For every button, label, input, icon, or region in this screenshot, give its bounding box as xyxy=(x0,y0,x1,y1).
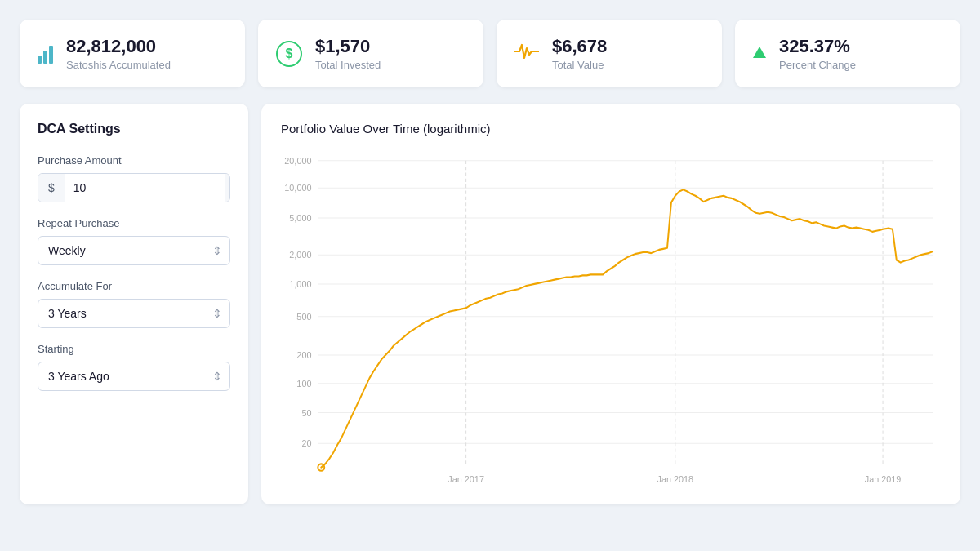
chart-panel: Portfolio Value Over Time (logarithmic) … xyxy=(261,104,960,504)
svg-text:10,000: 10,000 xyxy=(284,184,311,193)
svg-text:500: 500 xyxy=(296,312,311,322)
svg-text:50: 50 xyxy=(301,408,311,418)
top-cards-row: 82,812,000 Satoshis Accumulated $ $1,570… xyxy=(20,20,960,87)
purchase-amount-input-row: $ .00 xyxy=(38,173,230,202)
settings-panel: DCA Settings Purchase Amount $ .00 Repea… xyxy=(20,104,248,504)
purchase-amount-input[interactable] xyxy=(65,174,225,202)
accumulate-for-select[interactable]: 1 Year 2 Years 3 Years 5 Years 10 Years xyxy=(38,299,230,328)
repeat-purchase-label: Repeat Purchase xyxy=(38,217,230,229)
starting-label: Starting xyxy=(38,343,230,355)
purchase-amount-suffix: .00 xyxy=(225,174,230,202)
percent-change-card: 325.37% Percent Change xyxy=(735,20,960,87)
pulse-icon xyxy=(514,42,539,66)
svg-text:1,000: 1,000 xyxy=(289,279,311,289)
chart-line xyxy=(321,190,933,468)
purchase-amount-prefix: $ xyxy=(38,174,65,202)
satoshis-card: 82,812,000 Satoshis Accumulated xyxy=(20,20,245,87)
svg-text:20: 20 xyxy=(301,438,311,448)
svg-text:5,000: 5,000 xyxy=(289,213,311,223)
accumulate-for-group: Accumulate For 1 Year 2 Years 3 Years 5 … xyxy=(38,280,230,328)
total-value-label: Total Value xyxy=(552,59,607,71)
repeat-purchase-select-wrapper: Daily Weekly Monthly ⇕ xyxy=(38,236,230,265)
chart-area: 20,000 10,000 5,000 2,000 1,000 500 200 … xyxy=(281,149,941,491)
satoshis-value: 82,812,000 xyxy=(66,36,171,57)
settings-title: DCA Settings xyxy=(38,122,230,136)
accumulate-for-label: Accumulate For xyxy=(38,280,230,292)
chart-svg: 20,000 10,000 5,000 2,000 1,000 500 200 … xyxy=(281,149,941,491)
repeat-purchase-select[interactable]: Daily Weekly Monthly xyxy=(38,236,230,265)
chart-title: Portfolio Value Over Time (logarithmic) xyxy=(281,122,941,136)
starting-select-wrapper: 1 Year Ago 2 Years Ago 3 Years Ago 5 Yea… xyxy=(38,362,230,391)
accumulate-for-select-wrapper: 1 Year 2 Years 3 Years 5 Years 10 Years … xyxy=(38,299,230,328)
total-value-card-text: $6,678 Total Value xyxy=(552,36,607,71)
percent-change-card-text: 325.37% Percent Change xyxy=(779,36,856,71)
percent-change-value: 325.37% xyxy=(779,36,856,57)
svg-text:2,000: 2,000 xyxy=(289,250,311,260)
bottom-section: DCA Settings Purchase Amount $ .00 Repea… xyxy=(20,104,960,504)
satoshis-label: Satoshis Accumulated xyxy=(66,59,171,71)
total-value-card: $6,678 Total Value xyxy=(497,20,722,87)
arrow-up-icon xyxy=(753,47,766,61)
total-invested-card-text: $1,570 Total Invested xyxy=(315,36,381,71)
total-value-value: $6,678 xyxy=(552,36,607,57)
total-invested-value: $1,570 xyxy=(315,36,381,57)
bar-chart-icon xyxy=(38,41,53,67)
dollar-icon: $ xyxy=(276,41,302,67)
svg-text:Jan 2019: Jan 2019 xyxy=(865,475,902,485)
svg-text:100: 100 xyxy=(296,379,311,389)
starting-group: Starting 1 Year Ago 2 Years Ago 3 Years … xyxy=(38,343,230,391)
total-invested-card: $ $1,570 Total Invested xyxy=(258,20,483,87)
satoshis-card-text: 82,812,000 Satoshis Accumulated xyxy=(66,36,171,71)
svg-text:Jan 2017: Jan 2017 xyxy=(448,475,484,485)
purchase-amount-group: Purchase Amount $ .00 xyxy=(38,154,230,202)
svg-text:200: 200 xyxy=(296,350,311,360)
svg-text:Jan 2018: Jan 2018 xyxy=(657,475,694,485)
repeat-purchase-group: Repeat Purchase Daily Weekly Monthly ⇕ xyxy=(38,217,230,265)
total-invested-label: Total Invested xyxy=(315,59,381,71)
percent-change-label: Percent Change xyxy=(779,59,856,71)
starting-select[interactable]: 1 Year Ago 2 Years Ago 3 Years Ago 5 Yea… xyxy=(38,362,230,391)
purchase-amount-label: Purchase Amount xyxy=(38,154,230,167)
svg-text:20,000: 20,000 xyxy=(284,156,311,166)
